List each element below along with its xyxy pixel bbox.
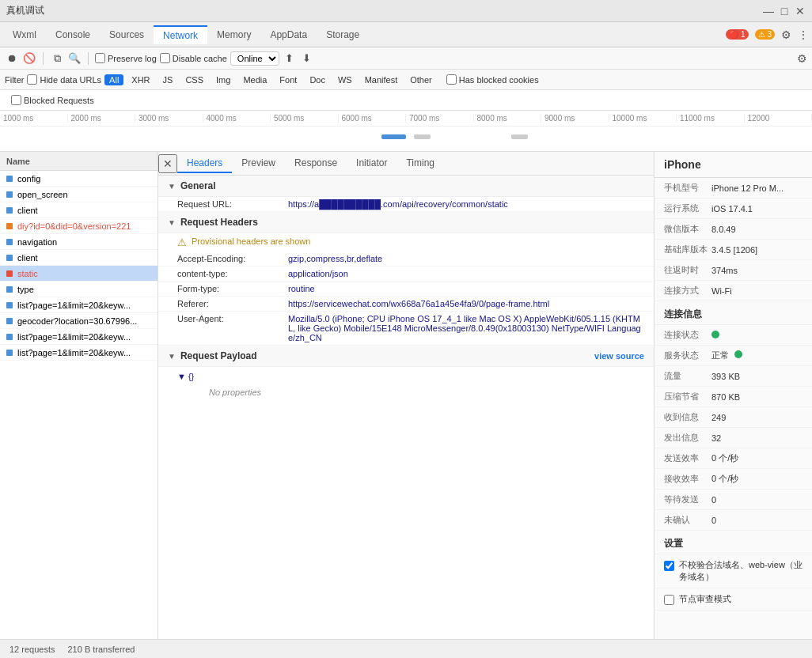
filter-css[interactable]: CSS xyxy=(180,74,208,85)
filter-all[interactable]: All xyxy=(104,74,123,85)
filter-js[interactable]: JS xyxy=(158,74,178,85)
upload-icon[interactable]: ⬆ xyxy=(283,51,297,66)
toolbar-separator-1 xyxy=(43,52,44,65)
disable-cache-input[interactable] xyxy=(160,53,170,63)
hide-data-urls-input[interactable] xyxy=(27,74,37,85)
filter-doc[interactable]: Doc xyxy=(305,74,330,85)
setting2-checkbox[interactable] xyxy=(664,595,674,605)
view-source-link[interactable]: view source xyxy=(594,351,644,361)
details-tabs: ✕ Headers Preview Response Initiator Tim… xyxy=(158,152,654,176)
setting1-checkbox[interactable] xyxy=(664,561,674,571)
compress-label: 压缩节省 xyxy=(664,391,711,403)
close-details-button[interactable]: ✕ xyxy=(158,154,177,173)
filter-other[interactable]: Other xyxy=(405,74,437,85)
device-db-value: 3.4.5 [1206] xyxy=(711,245,803,255)
item-name: list?page=1&limit=20&keyw... xyxy=(17,332,131,342)
device-latency-row: 往返时时 374ms xyxy=(655,260,812,281)
net-item-geocoder[interactable]: geocoder?location=30.67996... xyxy=(0,313,157,329)
device-title: iPhone xyxy=(655,152,812,178)
net-item-open-screen[interactable]: open_screen xyxy=(0,187,157,202)
net-item-config[interactable]: config xyxy=(0,171,157,187)
pending-label: 等待发送 xyxy=(664,494,711,505)
tab-sources[interactable]: Sources xyxy=(100,26,154,43)
tab-console[interactable]: Console xyxy=(46,26,100,43)
item-name: static xyxy=(17,269,38,278)
error-badge: 🔴 1 xyxy=(726,29,748,40)
network-throttle-select[interactable]: Online xyxy=(230,51,279,66)
timeline-mark-9: 10000 ms xyxy=(609,114,677,123)
record-button[interactable]: ⏺ xyxy=(5,51,19,66)
net-item-type[interactable]: type xyxy=(0,282,157,297)
net-item-navigation[interactable]: navigation xyxy=(0,234,157,250)
net-item-static[interactable]: static xyxy=(0,266,157,282)
general-section-header[interactable]: ▼ General xyxy=(158,176,654,197)
compress-value: 870 KB xyxy=(711,392,803,402)
net-item-client-2[interactable]: client xyxy=(0,250,157,266)
net-item-list-1[interactable]: list?page=1&limit=20&keyw... xyxy=(0,297,157,313)
settings-icon[interactable]: ⚙ xyxy=(781,28,791,41)
more-icon[interactable]: ⋮ xyxy=(798,28,809,41)
tab-response[interactable]: Response xyxy=(285,154,347,173)
device-connection-label: 连接方式 xyxy=(664,285,711,297)
preserve-log-checkbox[interactable]: Preserve log xyxy=(95,53,157,63)
tab-timing[interactable]: Timing xyxy=(397,154,444,173)
request-headers-section-header[interactable]: ▼ Request Headers xyxy=(158,212,654,233)
blocked-requests-checkbox[interactable]: Blocked Requests xyxy=(11,95,94,105)
filter-media[interactable]: Media xyxy=(238,74,271,85)
net-item-client-1[interactable]: client xyxy=(0,202,157,218)
tab-appdata[interactable]: AppData xyxy=(260,26,317,43)
has-blocked-cookies-checkbox[interactable]: Has blocked cookies xyxy=(446,74,539,85)
filter-ws[interactable]: WS xyxy=(333,74,357,85)
maximize-button[interactable]: □ xyxy=(779,6,790,17)
tab-initiator[interactable]: Initiator xyxy=(347,154,397,173)
network-list: Name config open_screen client diy?id=0&… xyxy=(0,152,158,639)
net-item-diy[interactable]: diy?id=0&did=0&version=221 xyxy=(0,218,157,234)
blocked-cookies-input[interactable] xyxy=(446,74,457,85)
tab-preview[interactable]: Preview xyxy=(232,154,285,173)
tab-network[interactable]: Network xyxy=(154,25,207,44)
close-button[interactable]: ✕ xyxy=(795,6,806,17)
timeline-mark-1: 2000 ms xyxy=(68,114,136,123)
filter-button[interactable]: ⧉ xyxy=(50,51,64,66)
setting1-row: 不校验合法域名、web-view（业务域名） xyxy=(655,554,812,588)
blocked-requests-bar: Blocked Requests xyxy=(0,90,812,111)
search-button[interactable]: 🔍 xyxy=(67,51,82,66)
timeline-bar-2 xyxy=(414,134,431,139)
toolbar-settings-icon[interactable]: ⚙ xyxy=(797,52,807,65)
preserve-log-input[interactable] xyxy=(95,53,105,63)
filter-xhr[interactable]: XHR xyxy=(127,74,154,85)
device-db-label: 基础库版本 xyxy=(664,244,711,255)
referer-key: Referer: xyxy=(177,299,288,308)
minimize-button[interactable]: — xyxy=(763,6,774,17)
filter-manifest[interactable]: Manifest xyxy=(360,74,403,85)
clear-button[interactable]: 🚫 xyxy=(22,51,36,66)
device-panel: iPhone 手机型号 iPhone 12 Pro M... 运行系统 iOS … xyxy=(654,152,812,639)
item-name: navigation xyxy=(17,237,57,247)
content-type-value: application/json xyxy=(288,269,348,278)
timeline-bar-1 xyxy=(381,134,406,139)
net-item-list-2[interactable]: list?page=1&limit=20&keyw... xyxy=(0,329,157,345)
hide-data-urls-checkbox[interactable]: Hide data URLs xyxy=(27,74,101,85)
color-dot xyxy=(6,302,13,308)
color-dot xyxy=(6,176,13,182)
download-icon[interactable]: ⬇ xyxy=(300,51,314,66)
tab-storage[interactable]: Storage xyxy=(317,26,369,43)
timeline-mark-8: 9000 ms xyxy=(541,114,609,123)
content-type-row: content-type: application/json xyxy=(158,267,654,282)
form-type-value: routine xyxy=(288,284,315,293)
request-url-row: Request URL: https://a██████████.com/api… xyxy=(158,197,654,212)
blocked-requests-input[interactable] xyxy=(11,95,21,105)
disable-cache-checkbox[interactable]: Disable cache xyxy=(160,53,227,63)
filter-img[interactable]: Img xyxy=(211,74,235,85)
device-wechat-value: 8.0.49 xyxy=(711,225,803,234)
filter-bar: Filter Hide data URLs All XHR JS CSS Img… xyxy=(0,70,812,90)
tab-memory[interactable]: Memory xyxy=(207,26,260,43)
tab-headers[interactable]: Headers xyxy=(177,154,232,173)
net-item-list-3[interactable]: list?page=1&limit=20&keyw... xyxy=(0,345,157,361)
tab-wxml[interactable]: Wxml xyxy=(3,26,46,43)
accept-encoding-row: Accept-Encoding: gzip,compress,br,deflat… xyxy=(158,251,654,267)
filter-font[interactable]: Font xyxy=(275,74,302,85)
pending-value: 0 xyxy=(711,495,803,505)
devtools-container: Wxml Console Sources Network Memory AppD… xyxy=(0,22,812,658)
timeline-mark-4: 5000 ms xyxy=(271,114,339,123)
